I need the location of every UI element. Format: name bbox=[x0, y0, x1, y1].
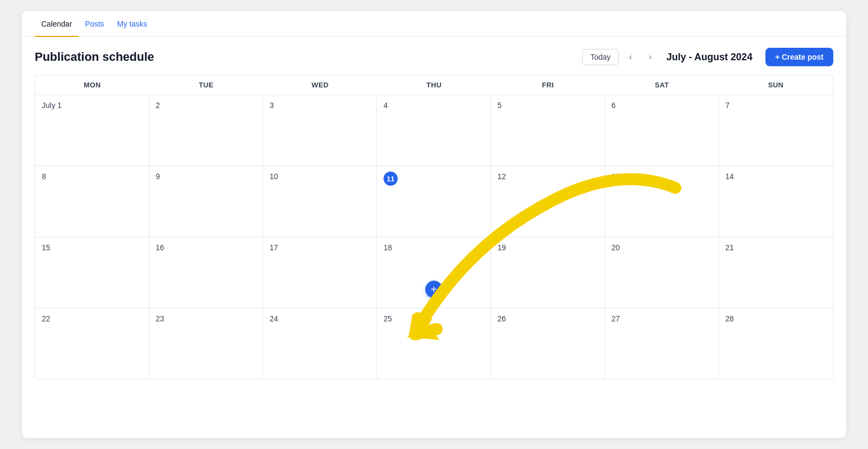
cal-day-10[interactable]: 10 bbox=[263, 166, 377, 237]
cal-day-22[interactable]: 22 bbox=[35, 308, 149, 379]
cal-day-28[interactable]: 28 bbox=[719, 308, 833, 379]
cal-day-jul1[interactable]: July 1 bbox=[35, 95, 149, 166]
cal-day-3[interactable]: 3 bbox=[263, 95, 377, 166]
tab-mytasks[interactable]: My tasks bbox=[111, 11, 154, 37]
cal-day-26[interactable]: 26 bbox=[491, 308, 605, 379]
col-header-fri: FRI bbox=[491, 75, 605, 94]
next-arrow[interactable]: › bbox=[643, 49, 658, 65]
date-range: July - August 2024 bbox=[667, 52, 752, 63]
cal-day-19[interactable]: 19 bbox=[491, 237, 605, 308]
app-container: Calendar Posts My tasks Publication sche… bbox=[22, 11, 846, 438]
col-header-sun: SUN bbox=[719, 75, 833, 94]
cal-day-7[interactable]: 7 bbox=[719, 95, 833, 166]
cal-day-4[interactable]: 4 bbox=[377, 95, 491, 166]
calendar-week-1: July 1 2 3 4 5 6 7 bbox=[35, 95, 833, 166]
cal-day-11[interactable]: 11 bbox=[377, 166, 491, 237]
cal-day-2[interactable]: 2 bbox=[149, 95, 263, 166]
cal-day-27[interactable]: 27 bbox=[605, 308, 719, 379]
cal-day-6[interactable]: 6 bbox=[605, 95, 719, 166]
tab-posts[interactable]: Posts bbox=[79, 11, 111, 37]
page-header: Publication schedule Today ‹ › July - Au… bbox=[22, 37, 846, 75]
cal-day-8[interactable]: 8 bbox=[35, 166, 149, 237]
cal-day-23[interactable]: 23 bbox=[149, 308, 263, 379]
cal-day-20[interactable]: 20 bbox=[605, 237, 719, 308]
cal-day-17[interactable]: 17 bbox=[263, 237, 377, 308]
tab-bar: Calendar Posts My tasks bbox=[22, 11, 846, 37]
cal-day-12[interactable]: 12 bbox=[491, 166, 605, 237]
page-title: Publication schedule bbox=[35, 50, 573, 64]
cal-day-16[interactable]: 16 bbox=[149, 237, 263, 308]
calendar-wrapper: MON TUE WED THU FRI SAT SUN July 1 2 3 4… bbox=[22, 75, 846, 438]
calendar-body: July 1 2 3 4 5 6 7 8 9 10 11 bbox=[35, 95, 833, 379]
calendar-header-row: MON TUE WED THU FRI SAT SUN bbox=[35, 75, 833, 95]
calendar-week-4: 22 23 24 25 26 27 28 bbox=[35, 308, 833, 379]
col-header-thu: THU bbox=[377, 75, 491, 94]
cal-day-9[interactable]: 9 bbox=[149, 166, 263, 237]
calendar-grid: MON TUE WED THU FRI SAT SUN July 1 2 3 4… bbox=[35, 75, 833, 380]
add-post-button-jul18[interactable]: + bbox=[425, 281, 443, 298]
tab-calendar[interactable]: Calendar bbox=[35, 11, 79, 37]
col-header-wed: WED bbox=[263, 75, 377, 94]
cal-day-14[interactable]: 14 bbox=[719, 166, 833, 237]
today-button[interactable]: Today bbox=[582, 49, 618, 65]
cal-day-18[interactable]: 18 + bbox=[377, 237, 491, 308]
calendar-week-3: 15 16 17 18 + 19 20 21 bbox=[35, 237, 833, 308]
cal-day-13[interactable]: 13 bbox=[605, 166, 719, 237]
prev-arrow[interactable]: ‹ bbox=[623, 49, 639, 65]
create-post-button[interactable]: + Create post bbox=[765, 48, 833, 66]
cal-day-5[interactable]: 5 bbox=[491, 95, 605, 166]
nav-controls: Today ‹ › July - August 2024 bbox=[582, 49, 757, 65]
cal-day-15[interactable]: 15 bbox=[35, 237, 149, 308]
cal-day-24[interactable]: 24 bbox=[263, 308, 377, 379]
col-header-sat: SAT bbox=[605, 75, 719, 94]
col-header-tue: TUE bbox=[149, 75, 263, 94]
col-header-mon: MON bbox=[35, 75, 149, 94]
cal-day-25[interactable]: 25 bbox=[377, 308, 491, 379]
calendar-week-2: 8 9 10 11 12 13 14 bbox=[35, 166, 833, 237]
cal-day-21[interactable]: 21 bbox=[719, 237, 833, 308]
